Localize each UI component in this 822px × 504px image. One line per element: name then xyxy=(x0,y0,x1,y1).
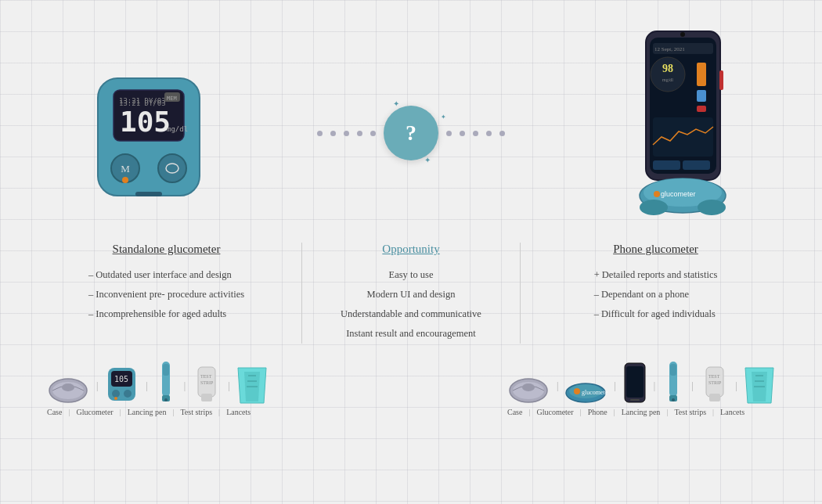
phone-glucometer-image: 12 Sept, 2021 98 mg/dl xyxy=(587,23,759,243)
svg-point-62 xyxy=(574,388,580,394)
accessory-case-left xyxy=(47,373,90,405)
svg-point-10 xyxy=(158,154,186,182)
case-icon-right xyxy=(507,373,550,405)
svg-rect-51 xyxy=(201,394,212,401)
right-accessories: | glucometer | xyxy=(507,358,775,416)
label-glucometer-left: Glucometer xyxy=(76,408,113,416)
divider: | xyxy=(691,380,693,392)
dot xyxy=(344,131,349,136)
divider: | xyxy=(654,380,655,392)
svg-rect-45 xyxy=(163,364,169,376)
case-icon xyxy=(47,373,90,405)
sep: | xyxy=(712,408,714,416)
accessory-lancets-right xyxy=(744,364,775,405)
feature-item: + Detailed reports and statistics xyxy=(594,265,718,285)
svg-rect-25 xyxy=(653,160,680,170)
phone-glucometer-title: Phone glucometer xyxy=(536,243,775,256)
lancets-icon-left xyxy=(236,364,268,405)
sparkle-icon: ✦ xyxy=(441,113,446,121)
feature-item: – Outdated user interface and design xyxy=(88,265,244,285)
accessory-case-right xyxy=(507,373,550,405)
standalone-title: Standalone glucometer xyxy=(47,243,286,256)
feature-item: Instant result and encouragement xyxy=(318,324,504,344)
center-connector: ✦ ? ✦ ✦ xyxy=(235,106,587,160)
svg-rect-27 xyxy=(719,70,723,90)
divider: | xyxy=(557,380,558,392)
feature-item: – Inconvenient pre- procedure activities xyxy=(88,285,244,304)
svg-rect-13 xyxy=(135,192,162,196)
feature-item: Modern UI and design xyxy=(318,285,504,304)
accessory-glucometer-left: 105 xyxy=(104,364,139,405)
right-accessory-labels: Case | Glucometer | Phone | Lancing pen … xyxy=(507,408,744,416)
sep: | xyxy=(614,408,615,416)
content-row: Standalone glucometer – Outdated user in… xyxy=(0,243,822,344)
svg-point-37 xyxy=(62,383,74,391)
svg-text:MEM: MEM xyxy=(167,95,177,102)
sparkle-icon: ✦ xyxy=(393,99,399,108)
dot xyxy=(446,131,452,136)
divider: | xyxy=(96,380,98,392)
accessory-lancing-left xyxy=(154,358,178,405)
svg-text:STRIP: STRIP xyxy=(200,380,214,385)
lancets-icon-right xyxy=(744,364,775,405)
svg-text:STRIP: STRIP xyxy=(708,380,722,385)
accessory-lancets-left xyxy=(236,364,268,405)
phone-glucometer-svg: 12 Sept, 2021 98 mg/dl xyxy=(587,23,759,243)
svg-text:TEST: TEST xyxy=(200,374,212,379)
svg-rect-74 xyxy=(709,394,720,401)
dot xyxy=(473,131,478,136)
dot xyxy=(357,131,362,136)
sep: | xyxy=(172,408,174,416)
label-teststrips-left: Test strips xyxy=(180,408,212,416)
svg-text:13:21  DY/03: 13:21 DY/03 xyxy=(119,97,166,105)
accessory-teststrips-left: TEST STRIP xyxy=(192,364,222,405)
question-mark: ? xyxy=(406,121,416,146)
center-features: Easy to use Modern UI and design Underst… xyxy=(318,265,504,344)
svg-rect-21 xyxy=(697,63,706,86)
svg-point-28 xyxy=(680,32,685,37)
center-section: Opportunity Easy to use Modern UI and de… xyxy=(301,243,521,344)
accessory-teststrips-right: TEST STRIP xyxy=(700,364,730,405)
devices-row: 13:21 DY/03 13:21 DY/03 MEM 105 mg/dl M xyxy=(0,0,822,250)
left-accessory-labels: Case | Glucometer | Lancing pen | Test s… xyxy=(47,408,251,416)
svg-text:98: 98 xyxy=(662,63,673,74)
dot xyxy=(460,131,465,136)
label-lancets-left: Lancets xyxy=(226,408,251,416)
test-strips-icon-right: TEST STRIP xyxy=(700,364,730,405)
label-phone-right: Phone xyxy=(588,408,607,416)
divider: | xyxy=(228,380,229,392)
accessory-phone-right xyxy=(622,362,647,405)
standalone-glucometer-image: 13:21 DY/03 13:21 DY/03 MEM 105 mg/dl M xyxy=(63,23,235,243)
lancing-pen-icon-right xyxy=(662,358,685,405)
feature-item: Understandable and communicative xyxy=(318,304,504,324)
divider: | xyxy=(146,380,147,392)
svg-point-43 xyxy=(114,397,117,400)
svg-point-32 xyxy=(654,191,660,197)
label-case-left: Case xyxy=(47,408,62,416)
svg-rect-65 xyxy=(626,366,644,398)
dot xyxy=(486,131,492,136)
svg-rect-22 xyxy=(697,90,706,102)
left-features: – Outdated user interface and design – I… xyxy=(88,265,244,324)
svg-point-42 xyxy=(124,390,132,398)
label-glucometer-right: Glucometer xyxy=(536,408,573,416)
right-features: + Detailed reports and statistics – Depe… xyxy=(594,265,718,324)
svg-point-47 xyxy=(164,398,168,401)
divider: | xyxy=(614,380,615,392)
right-section: Phone glucometer + Detailed reports and … xyxy=(521,243,791,344)
svg-text:mg/dl: mg/dl xyxy=(662,77,673,82)
label-lancing-left: Lancing pen xyxy=(128,408,167,416)
svg-point-70 xyxy=(672,398,675,401)
svg-rect-26 xyxy=(683,160,710,170)
lancing-pen-icon xyxy=(154,358,178,405)
label-case-right: Case xyxy=(507,408,522,416)
svg-point-34 xyxy=(698,200,726,215)
feature-item: – Difficult for aged individuals xyxy=(594,304,718,324)
divider: | xyxy=(736,380,737,392)
phone-icon xyxy=(622,362,647,405)
sep: | xyxy=(120,408,121,416)
feature-item: Easy to use xyxy=(318,265,504,285)
oval-glucometer-icon: glucometer xyxy=(564,377,607,405)
sep: | xyxy=(218,408,220,416)
left-section: Standalone glucometer – Outdated user in… xyxy=(31,243,301,344)
